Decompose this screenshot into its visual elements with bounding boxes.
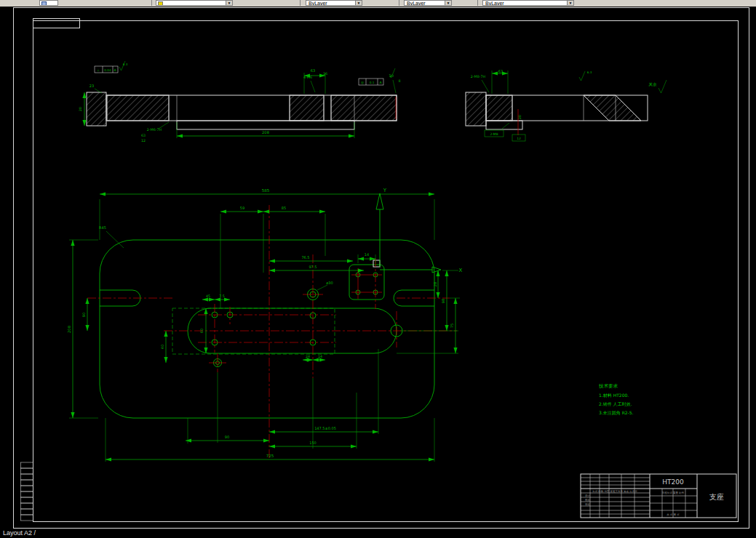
dim-text: ⊥ — [97, 68, 100, 72]
toolbar-separator — [477, 0, 478, 6]
lineweight-dropdown[interactable]: ByLayer ▼ — [482, 0, 574, 6]
dim-text: 24 — [306, 355, 310, 358]
lineweight-dropdown-value: ByLayer — [483, 1, 573, 6]
toolbar-separator — [151, 0, 152, 6]
layers-icon — [41, 1, 47, 6]
chevron-down-icon[interactable]: ▼ — [355, 1, 362, 5]
dim-text: 6.3 — [587, 71, 592, 74]
dim-text: 725 — [266, 454, 274, 458]
layers-dialog-button[interactable] — [39, 0, 58, 6]
chevron-down-icon[interactable]: ▼ — [445, 1, 451, 5]
note-line: 1.材料 HT200. — [599, 393, 629, 398]
surface-finish-icon — [658, 80, 667, 93]
dim-text: Y — [383, 188, 387, 193]
title-block-row-label: 校核 — [584, 499, 591, 502]
revision-strip — [21, 462, 33, 521]
dim-text: 2-M6-7H — [147, 128, 162, 132]
dim-text: 150 — [309, 441, 317, 445]
drawing-canvas[interactable]: 技术要求 1.材料 HT200. 2.铸件 人工时效. 3.未注圆角 R2-5. — [0, 0, 756, 538]
dim-text: 208 — [67, 326, 71, 333]
notes-title: 技术要求 — [598, 383, 618, 389]
dim-text: 585 — [262, 188, 270, 193]
dim-text: 12 — [517, 137, 521, 140]
dim-text: 7.5 — [219, 294, 225, 298]
dim-text: 28 — [433, 282, 437, 286]
dim-text: 2-M8-7H — [471, 75, 486, 79]
dim-text: 208 — [262, 130, 269, 134]
sheet-frame — [14, 8, 749, 529]
surface-finish-icon — [579, 71, 585, 81]
dim-text: ◎ — [361, 81, 364, 84]
technical-notes: 技术要求 1.材料 HT200. 2.铸件 人工时效. 3.未注圆角 R2-5. — [598, 383, 634, 416]
centerlines — [87, 205, 457, 459]
title-block-header-row: 标记 处数 分区 更改文件号 签名 年月日 — [592, 489, 637, 493]
material-label: HT200 — [662, 478, 684, 486]
hidden-pocket — [172, 308, 335, 354]
dim-text: 6.3 — [123, 63, 128, 66]
toolbar-separator — [300, 0, 301, 6]
dim-text: 0.04 — [104, 68, 111, 72]
chevron-down-icon[interactable]: ▼ — [567, 1, 573, 5]
dim-text: 14 — [318, 355, 322, 358]
dim-text: 40 — [160, 345, 164, 349]
dim-text: 90 — [225, 435, 229, 439]
color-dropdown-value: ByLayer — [306, 1, 362, 6]
dimension-lines — [73, 73, 508, 459]
dim-text: 20 — [518, 115, 522, 119]
dim-text: 45 — [206, 294, 210, 298]
dim-text: 2-M8 — [490, 132, 498, 136]
dim-text: R45 — [99, 225, 106, 230]
dim-text: X — [459, 268, 463, 273]
plan-view — [100, 193, 441, 418]
layer-dropdown[interactable]: ▼ — [156, 0, 233, 6]
title-block-bottom-row: 共 张 第 张 — [667, 513, 680, 516]
dim-text: 20 — [79, 107, 82, 111]
dim-text: ø30 — [326, 281, 333, 285]
dim-text: 85 — [282, 206, 286, 210]
dim-text: A — [114, 68, 116, 72]
dim-text: 76.5 — [301, 255, 309, 260]
dim-text: 14 — [365, 252, 369, 257]
title-block-mid-row: 阶段标记 重量 比例 — [662, 491, 685, 494]
section-view-left — [87, 61, 397, 129]
bolt-pattern-pad — [349, 265, 384, 300]
dim-text: 147.5±0.05 — [314, 426, 336, 430]
dim-text: 90 — [81, 313, 86, 317]
chevron-down-icon[interactable]: ▼ — [226, 1, 232, 5]
origin-marker — [373, 260, 380, 267]
dim-text: 0.1 — [370, 81, 375, 84]
layout-tab[interactable]: Layout A2 / — [3, 529, 36, 537]
ucs-axes — [376, 193, 441, 273]
dim-text: 20 — [389, 74, 394, 78]
color-dropdown[interactable]: ByLayer ▼ — [306, 0, 362, 6]
linetype-dropdown[interactable]: ByLayer ▼ — [404, 0, 452, 6]
object-properties-toolbar: ▼ ByLayer ▼ ByLayer ▼ ByLayer ▼ — [0, 0, 756, 7]
dim-text: 60 — [199, 329, 204, 333]
note-line: 2.铸件 人工时效. — [599, 401, 632, 406]
section-view-right — [466, 71, 667, 141]
dim-text: A — [379, 81, 382, 84]
dimension-texts: ⊥0.04A6.32320634-M616◎0.1A2082082-M6-7H6… — [67, 63, 657, 458]
dim-text: 59 — [240, 206, 244, 210]
dim-text: 63 — [498, 69, 503, 73]
dim-text: 63 — [311, 68, 315, 73]
title-block-row-label: 审核 — [585, 503, 591, 506]
dim-text: 4-M6 — [303, 76, 312, 79]
dim-text: 63 — [141, 134, 146, 137]
dim-text: 12 — [141, 139, 146, 142]
dim-text: 98 — [441, 299, 445, 303]
layer-color-chip — [158, 1, 163, 6]
dim-text: 97.5 — [309, 265, 317, 269]
dim-text: 23 — [89, 84, 94, 88]
dim-text: 75 — [450, 324, 454, 328]
part-name-label: 支座 — [709, 493, 724, 501]
dim-text: 16 — [323, 72, 327, 76]
title-block-row-label: 设计 — [585, 494, 591, 497]
dim-text: 其余 — [649, 82, 658, 87]
dim-text: 8 — [398, 79, 400, 83]
toolbar-separator — [399, 0, 399, 6]
cad-application-window: ▼ ByLayer ▼ ByLayer ▼ ByLayer ▼ — [0, 0, 756, 538]
title-block: HT200 支座 标记 处数 分区 更改文件号 签名 年月日 设计 校核 审核 … — [581, 474, 736, 518]
note-line: 3.未注圆角 R2-5. — [599, 410, 634, 416]
